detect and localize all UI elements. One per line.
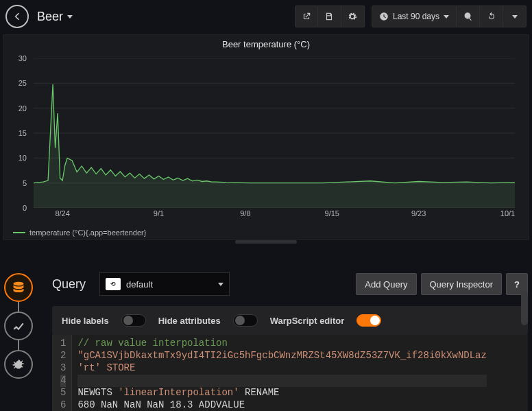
hide-labels-toggle[interactable]: [121, 314, 146, 327]
ws-editor-label: WarpScript editor: [270, 316, 345, 326]
query-options-bar: Hide labels Hide attributes WarpScript e…: [52, 306, 528, 335]
tab-general[interactable]: [4, 350, 33, 379]
settings-button[interactable]: [341, 5, 365, 27]
search-minus-icon: [463, 12, 473, 21]
ws-editor-toggle[interactable]: [356, 314, 381, 327]
legend-swatch: [13, 232, 25, 233]
hide-labels-label: Hide labels: [62, 316, 109, 326]
timerange-label: Last 90 days: [393, 12, 439, 21]
editor-code: // raw value interpolation"gCA1SVjbDkaxt…: [72, 335, 492, 411]
datasource-name: default: [126, 279, 153, 290]
legend-label: temperature (°C){.app=beertender}: [29, 228, 146, 237]
query-header: Query ⟲ default Add Query Query Inspecto…: [52, 270, 528, 298]
share-button[interactable]: [295, 5, 318, 27]
hide-attrs-toggle[interactable]: [233, 314, 258, 327]
scrollbar-thumb[interactable]: [521, 291, 528, 325]
arrow-left-icon: [12, 11, 23, 22]
dashboard-title: Beer: [37, 10, 63, 24]
panel-resize-handle[interactable]: [235, 240, 297, 244]
dashboard-title-dropdown[interactable]: Beer: [37, 10, 73, 24]
save-icon: [324, 12, 334, 21]
add-query-button[interactable]: Add Query: [356, 273, 416, 295]
plot-area[interactable]: [34, 58, 515, 208]
share-icon: [302, 12, 311, 21]
caret-down-icon: [512, 15, 518, 19]
chart-icon: [12, 319, 25, 333]
tab-visualization[interactable]: [4, 312, 33, 340]
caret-down-icon: [218, 283, 223, 286]
query-inspector-button[interactable]: Query Inspector: [421, 273, 503, 295]
query-section-label: Query: [52, 277, 86, 292]
refresh-interval-button[interactable]: [503, 5, 527, 27]
database-icon: [12, 281, 25, 294]
refresh-button[interactable]: [480, 5, 503, 27]
y-axis-labels: 051015202530: [3, 58, 29, 208]
zoom-out-button[interactable]: [457, 5, 480, 27]
tab-queries[interactable]: [4, 273, 33, 302]
editor-sidebar: [4, 273, 33, 379]
save-button[interactable]: [318, 5, 341, 27]
chart-legend[interactable]: temperature (°C){.app=beertender}: [13, 228, 146, 237]
clock-icon: [379, 12, 389, 21]
timerange-button[interactable]: Last 90 days: [372, 5, 457, 27]
panel-title: Beer temperature (°C): [3, 35, 529, 51]
x-axis-labels: 8/249/19/89/159/2310/1: [34, 209, 515, 220]
chart-svg: [34, 58, 515, 208]
gear-icon: [348, 12, 357, 21]
back-button[interactable]: [5, 5, 29, 28]
code-editor[interactable]: 12345678 // raw value interpolation"gCA1…: [52, 335, 528, 411]
vertical-scrollbar[interactable]: [521, 291, 528, 408]
refresh-icon: [487, 12, 496, 21]
caret-down-icon: [67, 15, 73, 19]
editor-gutter: 12345678: [52, 335, 72, 411]
bug-icon: [12, 357, 25, 371]
caret-down-icon: [444, 15, 449, 19]
hide-attrs-label: Hide attributes: [158, 316, 221, 326]
datasource-picker[interactable]: ⟲ default: [99, 272, 230, 296]
chart-panel: Beer temperature (°C) 051015202530 8/249…: [3, 34, 529, 240]
datasource-icon: ⟲: [106, 278, 121, 290]
